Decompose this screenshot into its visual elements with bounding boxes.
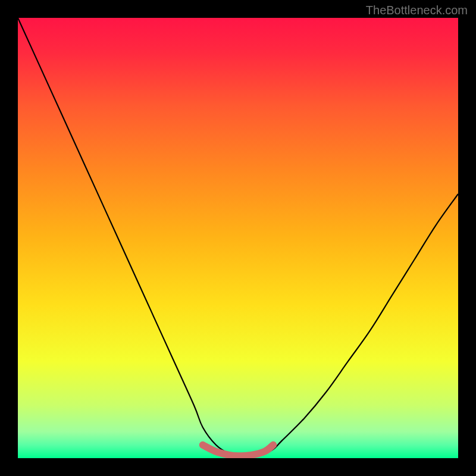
gradient-background xyxy=(18,18,458,458)
chart-plot-area xyxy=(18,18,458,458)
watermark-text: TheBottleneck.com xyxy=(366,4,468,17)
bottleneck-chart xyxy=(18,18,458,458)
